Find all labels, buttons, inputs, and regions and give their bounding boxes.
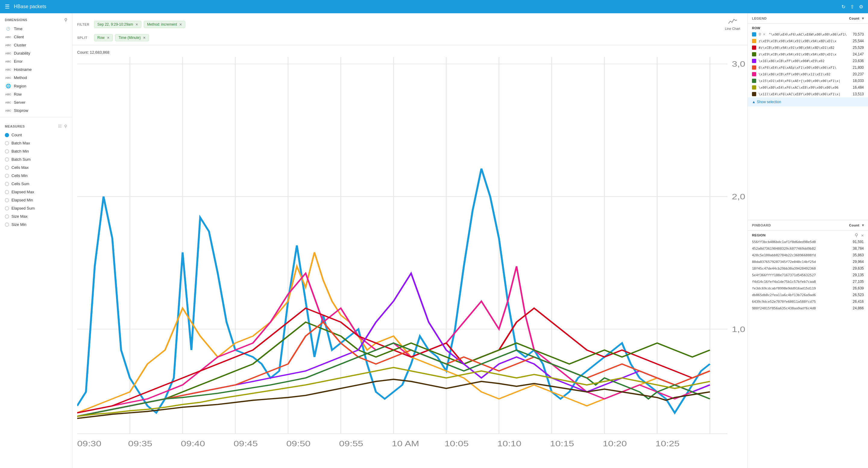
share-icon[interactable]: ⇧: [850, 4, 854, 10]
pinboard-item[interactable]: 980f24815f856a635c438aa9adf6c4d0 24,866: [748, 305, 868, 312]
legend-item[interactable]: #z\xCB\x98\x9A\x91\x9B\x9A\x8D\xD1\xB2 2…: [748, 44, 868, 51]
refresh-icon[interactable]: ↻: [841, 4, 845, 10]
split-chip-time[interactable]: Time (Minute) ×: [115, 34, 149, 41]
sidebar-item-region[interactable]: 🌐 Region: [0, 82, 72, 90]
measure-batch-sum[interactable]: Batch Sum: [0, 155, 72, 164]
hamburger-menu[interactable]: ☰: [5, 3, 10, 10]
pinboard-item-count: 29,635: [852, 266, 864, 270]
legend-item-count: 18,033: [852, 79, 864, 83]
settings-icon[interactable]: ⚙: [859, 4, 863, 10]
sidebar-item-label: Server: [14, 100, 25, 105]
measure-elapsed-max[interactable]: Elapsed Max: [0, 188, 72, 196]
pinboard-close-icon[interactable]: ×: [861, 233, 864, 238]
pinboard-item-count: 26,416: [852, 299, 864, 304]
filter-chip-close[interactable]: ×: [135, 22, 138, 27]
filter-chip-close[interactable]: ×: [179, 22, 182, 27]
chevron-down-icon[interactable]: ▾: [862, 223, 864, 227]
pinboard-item[interactable]: db065db0c2fea11a6c4bf13b726a9ad6 26,523: [748, 292, 868, 298]
sidebar-item-method[interactable]: ABC Method: [0, 74, 72, 82]
pinboard-item[interactable]: 18f45c47de44cb29bb30a39420492360 29,635: [748, 265, 868, 272]
pinboard-item-count: 29,135: [852, 273, 864, 277]
legend-color-swatch: [752, 65, 756, 70]
chart-type-button[interactable]: Line Chart: [722, 17, 743, 32]
svg-text:10 AM: 10 AM: [392, 439, 419, 448]
legend-item[interactable]: \x15\xD1\xE4\xF6\xAEr{\x00\x00\x06\xF1\x…: [748, 78, 868, 84]
measure-cells-min[interactable]: Cells Min: [0, 172, 72, 180]
svg-text:09:50: 09:50: [286, 439, 310, 448]
measure-label: Cells Sum: [11, 181, 29, 186]
split-chip-row[interactable]: Row ×: [94, 34, 113, 41]
measure-size-min[interactable]: Size Min: [0, 221, 72, 229]
measure-batch-min[interactable]: Batch Min: [0, 147, 72, 155]
measure-elapsed-min[interactable]: Elapsed Min: [0, 196, 72, 204]
split-chip-close[interactable]: ×: [143, 36, 146, 40]
filter-chip-method[interactable]: Method: increment ×: [144, 21, 185, 28]
sidebar-item-hostname[interactable]: ABC Hostname: [0, 65, 72, 74]
x-axis: [77, 462, 728, 462]
split-chip-text: Time (Minute): [119, 36, 141, 40]
pinboard-item[interactable]: 556ff3bcb406bdc1af1f0d6ded98e5d0 91,591: [748, 238, 868, 245]
measure-cells-sum[interactable]: Cells Sum: [0, 180, 72, 188]
sidebar-item-cluster[interactable]: ABC Cluster: [0, 41, 72, 49]
sidebar-item-stoprow[interactable]: ABC Stoprow: [0, 107, 72, 115]
legend-item[interactable]: z\xE9\xCB\x98\x9A\x91\x9B\x9A\x8D\xD1\x …: [748, 38, 868, 44]
sidebar-item-client[interactable]: ABC Client: [0, 33, 72, 41]
show-selection-bar[interactable]: ▲ Show selection: [748, 97, 868, 107]
legend-item[interactable]: \x16\x86\xCB\xFF\x00\x00#\xE9\x02 23,636: [748, 58, 868, 64]
sidebar-item-row[interactable]: ABC Row: [0, 90, 72, 98]
measure-cells-max[interactable]: Cells Max: [0, 164, 72, 172]
dimensions-search-icon[interactable]: ⚲: [64, 18, 67, 22]
sidebar-item-time[interactable]: 🕐 Time: [0, 25, 72, 33]
legend-item[interactable]: ⚲ × ^\x90\xE4\xF6\xAC\xE6W\x00\x00\x06\x…: [748, 31, 868, 38]
pinboard-item-text: 18f45c47de44cb29bb30a39420492360: [752, 267, 816, 270]
measure-batch-max[interactable]: Batch Max: [0, 139, 72, 147]
pinboard-item[interactable]: 88da8376579287345f72e040c14bf25d 29,964: [748, 258, 868, 265]
measure-count[interactable]: Count: [0, 131, 72, 139]
pinboard-item[interactable]: 420c5e100abb02784b22c360966808fd 35,863: [748, 252, 868, 258]
legend-header: LEGEND Count ▾: [748, 13, 868, 24]
split-chip-close[interactable]: ×: [107, 36, 110, 40]
measure-size-max[interactable]: Size Max: [0, 212, 72, 221]
svg-text:2,000: 2,000: [732, 193, 745, 201]
filter-chip-date[interactable]: Sep 22, 9:29-10:29am ×: [94, 21, 141, 28]
measure-label: Count: [11, 133, 22, 137]
show-selection-label: Show selection: [757, 100, 781, 104]
chart-count: Count: 12,683,868: [77, 50, 745, 55]
abc-icon: ABC: [5, 109, 11, 112]
legend-color-swatch: [752, 39, 756, 43]
measure-dot: [5, 198, 9, 202]
measure-elapsed-sum[interactable]: Elapsed Sum: [0, 204, 72, 212]
sidebar-item-durability[interactable]: ABC Durability: [0, 49, 72, 57]
legend-item[interactable]: z\xE9\xCB\x98\x9A\x91\x9B\x9A\x8D\xD1\x …: [748, 51, 868, 58]
svg-text:10:05: 10:05: [444, 439, 469, 448]
pinboard-item[interactable]: f4d14c16fef4a1de75b1c57bfeb7caa8 27,105: [748, 278, 868, 285]
legend-item[interactable]: \x11l\xE4\xF6\xAC\xE8Y\x00\x00\x06\xF1\x…: [748, 91, 868, 97]
search-icon[interactable]: ⚲: [758, 32, 761, 36]
legend-color-swatch: [752, 92, 756, 96]
legend-item-text: #z\xCB\x98\x9A\x91\x9B\x9A\x8D\xD1\xB2: [758, 46, 850, 50]
pinboard-search-icon[interactable]: ⚲: [855, 233, 858, 238]
pinboard-item[interactable]: 452a0d736190408329c6077469dd9b82 38,784: [748, 245, 868, 252]
measures-edit-icon[interactable]: ☷: [58, 124, 62, 128]
legend-item[interactable]: \x00\x80\xE4\xF6\xAC\xE8\x99\x00\x00\x06…: [748, 84, 868, 91]
chevron-down-icon[interactable]: ▾: [862, 16, 864, 21]
legend-item-count: 21,800: [852, 65, 864, 70]
abc-icon: ABC: [5, 52, 11, 55]
sidebar-item-error[interactable]: ABC Error: [0, 57, 72, 65]
svg-text:10:10: 10:10: [497, 439, 521, 448]
pinboard-item[interactable]: 5e4f366ffff188e7167371d545632527 29,135: [748, 272, 868, 278]
close-icon[interactable]: ×: [763, 32, 765, 36]
pinboard-item[interactable]: 6439c9dce52e7070fe60011a588fcd75 26,416: [748, 298, 868, 305]
legend-item-text: 6\xF6\xE4\xF6\xAEp\xF1\x00\x00\x06\xF1\: [758, 66, 850, 70]
legend-item[interactable]: 6\xF6\xE4\xF6\xAEp\xF1\x00\x00\x06\xF1\ …: [748, 64, 868, 71]
measures-search-icon[interactable]: ⚲: [64, 124, 67, 128]
legend-item[interactable]: \x16\x86\xCB\xFF\x00\x00\x11\xE1\x02 20,…: [748, 71, 868, 78]
chevron-up-icon: ▲: [752, 100, 755, 104]
split-row: SPLIT Row × Time (Minute) ×: [77, 34, 743, 41]
time-icon: 🕐: [5, 27, 11, 31]
sidebar-item-server[interactable]: ABC Server: [0, 98, 72, 107]
pinboard-icons: ⚲ ×: [855, 233, 864, 238]
svg-text:10:20: 10:20: [603, 439, 627, 448]
measure-label: Batch Min: [11, 149, 29, 153]
pinboard-item[interactable]: fe3dc69cdcabf8998e9dd916ad15d119 26,639: [748, 285, 868, 292]
